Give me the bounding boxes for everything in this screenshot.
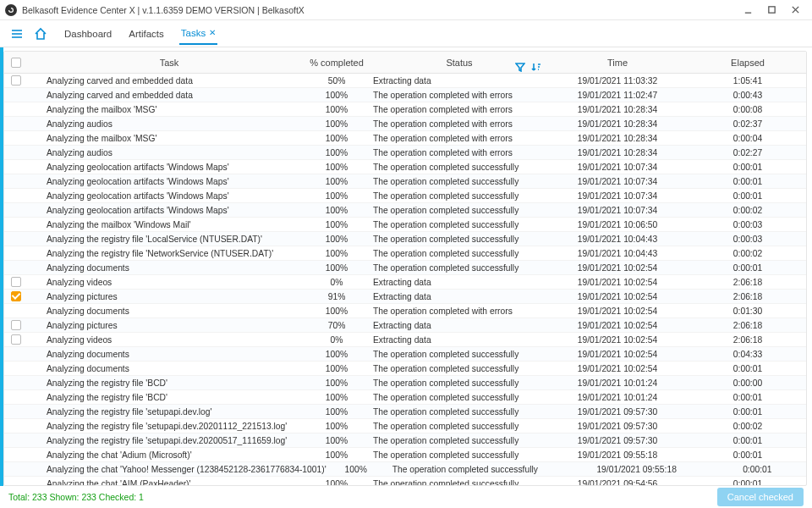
tab-dashboard[interactable]: Dashboard	[63, 23, 113, 45]
status-text: The operation completed successfully	[366, 220, 546, 229]
elapsed-text: 0:00:01	[689, 177, 806, 186]
pct-text: 100%	[307, 479, 366, 486]
tab-tasks-label: Tasks	[181, 28, 206, 38]
table-row[interactable]: Analyzing pictures91%Extracting data19/0…	[4, 290, 806, 304]
table-row[interactable]: Analyzing the mailbox 'MSG'100%The opera…	[4, 102, 806, 117]
tab-artifacts[interactable]: Artifacts	[127, 23, 166, 45]
col-header-pct[interactable]: % completed	[307, 58, 366, 68]
table-row[interactable]: Analyzing audios100%The operation comple…	[4, 117, 806, 131]
home-icon[interactable]	[30, 24, 51, 44]
table-row[interactable]: Analyzing audios100%The operation comple…	[4, 146, 806, 160]
table-row[interactable]: Analyzing documents100%The operation com…	[4, 347, 806, 362]
cancel-checked-button[interactable]: Cancel checked	[717, 488, 804, 506]
table-row[interactable]: Analyzing the registry file 'setupapi.de…	[4, 433, 806, 448]
row-checkbox[interactable]	[11, 75, 21, 86]
pct-text: 0%	[307, 278, 366, 287]
pct-text: 100%	[307, 91, 366, 100]
pct-text: 100%	[307, 206, 366, 215]
table-row[interactable]: Analyzing geolocation artifacts 'Windows…	[4, 189, 806, 203]
col-header-time[interactable]: Time	[546, 58, 689, 68]
status-text: The operation completed successfully	[366, 163, 546, 172]
table-row[interactable]: Analyzing documents100%The operation com…	[4, 304, 806, 318]
table-row[interactable]: Analyzing documents100%The operation com…	[4, 261, 806, 275]
row-checkbox[interactable]	[11, 277, 21, 287]
maximize-button[interactable]	[760, 2, 783, 19]
pct-text: 100%	[307, 407, 366, 417]
table-row[interactable]: Analyzing the mailbox 'MSG'100%The opera…	[4, 131, 806, 146]
elapsed-text: 0:00:01	[689, 263, 806, 273]
table-row[interactable]: Analyzing the chat 'Yahoo! Messenger (12…	[4, 462, 806, 477]
table-row[interactable]: Analyzing videos0%Extracting data19/01/2…	[4, 333, 806, 347]
status-text: The operation completed successfully	[366, 177, 546, 186]
task-text: Analyzing the registry file 'setupapi.de…	[31, 422, 307, 431]
status-text: The operation completed with errors	[366, 148, 546, 157]
table-row[interactable]: Analyzing carved and embedded data100%Th…	[4, 88, 806, 102]
status-text: Extracting data	[366, 321, 546, 330]
tab-close-icon[interactable]: ✕	[209, 28, 216, 37]
table-row[interactable]: Analyzing the registry file 'setupapi.de…	[4, 419, 806, 433]
time-text: 19/01/2021 09:55:18	[546, 450, 689, 460]
pct-text: 70%	[307, 321, 366, 330]
table-row[interactable]: Analyzing geolocation artifacts 'Windows…	[4, 160, 806, 174]
table-row[interactable]: Analyzing the registry file 'BCD'100%The…	[4, 376, 806, 390]
table-row[interactable]: Analyzing geolocation artifacts 'Windows…	[4, 203, 806, 218]
task-text: Analyzing the registry file 'LocalServic…	[31, 235, 307, 244]
table-row[interactable]: Analyzing the registry file 'LocalServic…	[4, 232, 806, 246]
row-checkbox[interactable]	[11, 334, 21, 345]
elapsed-text: 0:00:01	[689, 436, 806, 445]
table-row[interactable]: Analyzing documents100%The operation com…	[4, 362, 806, 376]
time-text: 19/01/2021 10:07:34	[546, 163, 689, 172]
time-text: 19/01/2021 10:02:54	[546, 263, 689, 273]
task-text: Analyzing the registry file 'setupapi.de…	[31, 407, 307, 417]
task-text: Analyzing documents	[31, 350, 307, 359]
pct-text: 100%	[307, 119, 366, 129]
status-text: The operation completed with errors	[366, 134, 546, 143]
table-row[interactable]: Analyzing pictures70%Extracting data19/0…	[4, 318, 806, 333]
elapsed-text: 0:00:02	[689, 206, 806, 215]
close-button[interactable]	[783, 2, 807, 19]
task-text: Analyzing geolocation artifacts 'Windows…	[31, 191, 307, 201]
col-header-elapsed[interactable]: Elapsed	[689, 58, 806, 68]
col-header-status[interactable]: Status	[366, 58, 546, 68]
time-text: 19/01/2021 10:07:34	[546, 206, 689, 215]
filter-icon[interactable]	[515, 62, 525, 74]
elapsed-text: 0:00:01	[689, 191, 806, 201]
table-row[interactable]: Analyzing the chat 'Adium (Microsoft)'10…	[4, 448, 806, 462]
grid-body[interactable]: Analyzing carved and embedded data50%Ext…	[4, 74, 806, 485]
pct-text: 100%	[307, 306, 366, 316]
table-row[interactable]: Analyzing the registry file 'setupapi.de…	[4, 405, 806, 419]
minimize-button[interactable]	[736, 2, 760, 19]
table-row[interactable]: Analyzing geolocation artifacts 'Windows…	[4, 174, 806, 189]
table-row[interactable]: Analyzing the registry file 'BCD'100%The…	[4, 390, 806, 405]
table-row[interactable]: Analyzing carved and embedded data50%Ext…	[4, 74, 806, 88]
header-checkbox[interactable]	[11, 58, 21, 68]
status-text: The operation completed with errors	[366, 119, 546, 129]
pct-text: 100%	[307, 105, 366, 114]
table-row[interactable]: Analyzing the mailbox 'Windows Mail'100%…	[4, 218, 806, 232]
elapsed-text: 0:00:01	[689, 450, 806, 460]
footer-stats: Total: 233 Shown: 233 Checked: 1	[8, 492, 144, 502]
row-checkbox[interactable]	[11, 291, 21, 301]
pct-text: 100%	[307, 364, 366, 373]
status-text: The operation completed successfully	[366, 393, 546, 402]
tab-tasks[interactable]: Tasks ✕	[179, 23, 217, 45]
table-row[interactable]: Analyzing videos0%Extracting data19/01/2…	[4, 275, 806, 290]
status-text: Extracting data	[366, 278, 546, 287]
col-header-task[interactable]: Task	[28, 58, 307, 68]
time-text: 19/01/2021 09:57:30	[546, 422, 689, 431]
task-text: Analyzing videos	[31, 335, 307, 345]
elapsed-text: 0:00:04	[689, 134, 806, 143]
sort-icon[interactable]	[530, 62, 540, 74]
status-text: The operation completed successfully	[366, 364, 546, 373]
table-row[interactable]: Analyzing the chat 'AIM (PaxHeader)'100%…	[4, 477, 806, 485]
table-row[interactable]: Analyzing the registry file 'NetworkServ…	[4, 246, 806, 261]
row-checkbox[interactable]	[11, 320, 21, 330]
task-text: Analyzing the registry file 'setupapi.de…	[31, 436, 307, 445]
status-text: The operation completed with errors	[366, 91, 546, 100]
time-text: 19/01/2021 10:28:34	[546, 148, 689, 157]
time-text: 19/01/2021 10:01:24	[546, 378, 689, 388]
footer: Total: 233 Shown: 233 Checked: 1 Cancel …	[0, 486, 812, 508]
time-text: 19/01/2021 10:28:34	[546, 134, 689, 143]
time-text: 19/01/2021 11:02:47	[546, 91, 689, 100]
hamburger-menu-icon[interactable]	[7, 24, 27, 44]
